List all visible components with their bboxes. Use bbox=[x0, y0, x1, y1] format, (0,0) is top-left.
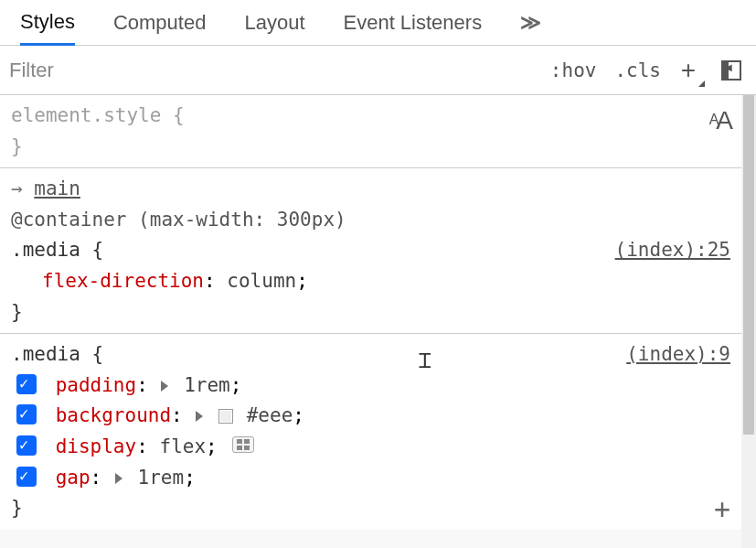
element-style-selector: element.style { bbox=[11, 104, 185, 126]
close-brace: } bbox=[11, 301, 23, 323]
container-rule-selector[interactable]: .media bbox=[11, 239, 80, 261]
open-brace: { bbox=[92, 343, 104, 365]
expand-icon[interactable] bbox=[196, 411, 203, 422]
prop-value[interactable]: #eee bbox=[247, 404, 293, 426]
flexbox-editor-icon[interactable] bbox=[232, 436, 254, 453]
expand-icon[interactable] bbox=[161, 381, 168, 392]
prop-value[interactable]: 1rem bbox=[138, 467, 185, 489]
prop-name[interactable]: display bbox=[56, 435, 137, 457]
element-style-close: } bbox=[11, 135, 23, 157]
color-swatch-icon[interactable] bbox=[218, 409, 233, 424]
media-rule-selector[interactable]: .media bbox=[11, 343, 80, 365]
filter-input[interactable]: Filter bbox=[9, 59, 541, 82]
decl-gap[interactable]: gap: 1rem; bbox=[11, 463, 730, 494]
prop-value[interactable]: flex bbox=[159, 435, 206, 457]
svg-rect-2 bbox=[237, 446, 242, 450]
tab-event-listeners[interactable]: Event Listeners bbox=[344, 0, 483, 45]
vertical-scrollbar[interactable] bbox=[741, 95, 756, 548]
tabs-overflow-icon[interactable]: ≫ bbox=[520, 11, 541, 35]
rules-list: AA element.style { } → main @container (… bbox=[0, 95, 741, 548]
tab-computed[interactable]: Computed bbox=[113, 0, 207, 45]
container-query-rule-block[interactable]: → main @container (max-width: 300px) (in… bbox=[0, 168, 741, 334]
checkbox-icon[interactable] bbox=[16, 435, 37, 456]
decl-padding[interactable]: padding: 1rem; bbox=[11, 371, 730, 402]
checkbox-icon[interactable] bbox=[16, 467, 37, 487]
prop-name[interactable]: gap bbox=[56, 467, 91, 489]
cls-toggle[interactable]: .cls bbox=[614, 59, 661, 81]
toggle-computed-panel-icon[interactable] bbox=[721, 60, 741, 81]
hov-toggle[interactable]: :hov bbox=[550, 59, 597, 81]
tab-layout[interactable]: Layout bbox=[244, 0, 304, 45]
prop-name[interactable]: flex-direction bbox=[42, 270, 204, 292]
media-rule-block[interactable]: (index):9 .media { padding: 1rem; backgr… bbox=[0, 334, 741, 530]
element-style-block[interactable]: AA element.style { } bbox=[0, 95, 741, 168]
tab-styles[interactable]: Styles bbox=[20, 1, 75, 46]
tabs-bar: Styles Computed Layout Event Listeners ≫ bbox=[0, 0, 756, 46]
prop-value[interactable]: 1rem bbox=[184, 374, 230, 396]
decl-flex-direction[interactable]: flex-direction: column; bbox=[11, 266, 730, 297]
add-declaration-button[interactable]: + bbox=[714, 488, 730, 532]
styles-panel: Ꮖ AA element.style { } → main @container… bbox=[0, 95, 756, 548]
source-link[interactable]: (index):25 bbox=[615, 235, 730, 266]
container-name-link[interactable]: main bbox=[34, 177, 80, 199]
checkbox-icon[interactable] bbox=[16, 404, 37, 424]
expand-icon[interactable] bbox=[115, 473, 122, 484]
decl-display[interactable]: display: flex; bbox=[11, 432, 730, 463]
decl-background[interactable]: background: #eee; bbox=[11, 401, 730, 432]
prop-name[interactable]: background bbox=[56, 404, 171, 426]
prop-value[interactable]: column bbox=[227, 270, 296, 292]
checkbox-icon[interactable] bbox=[16, 374, 37, 394]
new-style-rule-button[interactable]: + bbox=[676, 56, 701, 85]
close-brace: } bbox=[11, 497, 23, 519]
container-arrow-icon: → bbox=[11, 177, 23, 199]
svg-rect-0 bbox=[237, 439, 242, 444]
source-link[interactable]: (index):9 bbox=[626, 339, 730, 371]
container-at-rule: @container (max-width: 300px) bbox=[11, 209, 346, 231]
font-size-icon[interactable]: AA bbox=[709, 101, 730, 142]
styles-toolbar: Filter :hov .cls + bbox=[0, 46, 756, 95]
svg-rect-1 bbox=[244, 439, 250, 444]
open-brace: { bbox=[92, 239, 104, 261]
svg-rect-3 bbox=[244, 446, 250, 450]
prop-name[interactable]: padding bbox=[56, 374, 137, 396]
